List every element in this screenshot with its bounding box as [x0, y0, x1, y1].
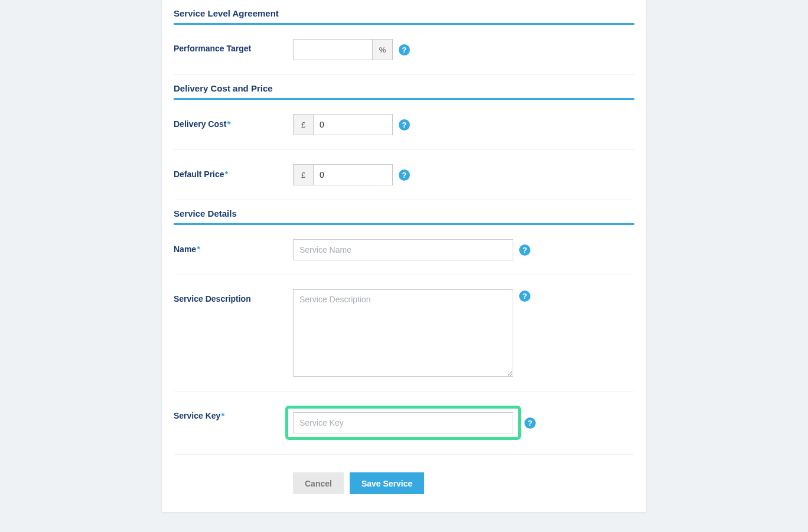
help-icon[interactable]: ?	[399, 169, 410, 181]
help-icon[interactable]: ?	[519, 244, 530, 256]
row-service-description: Service Description ?	[174, 275, 634, 391]
default-price-input[interactable]	[313, 164, 393, 185]
label-name: Name*	[174, 239, 293, 254]
section-details-header: Service Details	[174, 200, 634, 225]
label-default-price: Default Price*	[174, 164, 293, 179]
section-delivery-header: Delivery Cost and Price	[174, 75, 634, 100]
row-delivery-cost: Delivery Cost* £ ?	[174, 100, 634, 150]
pound-addon: £	[293, 114, 313, 135]
percent-addon: %	[373, 39, 393, 60]
highlight-service-key	[285, 406, 521, 440]
help-icon[interactable]: ?	[399, 44, 410, 56]
save-service-button[interactable]: Save Service	[350, 472, 424, 494]
label-service-description: Service Description	[174, 289, 293, 303]
help-icon[interactable]: ?	[399, 119, 410, 130]
delivery-cost-input[interactable]	[313, 114, 393, 135]
cancel-button[interactable]: Cancel	[293, 472, 344, 494]
row-performance-target: Performance Target % ?	[174, 25, 634, 75]
performance-target-input[interactable]	[293, 39, 373, 60]
row-name: Name* ?	[174, 225, 634, 275]
help-icon[interactable]: ?	[524, 417, 536, 429]
row-default-price: Default Price* £ ?	[174, 150, 634, 200]
button-row: Cancel Save Service	[174, 455, 634, 500]
section-sla-header: Service Level Agreement	[174, 0, 634, 25]
service-description-input[interactable]	[293, 289, 513, 377]
help-icon[interactable]: ?	[519, 291, 530, 302]
label-service-key: Service Key*	[174, 406, 293, 420]
name-input[interactable]	[293, 239, 513, 260]
label-performance-target: Performance Target	[174, 39, 293, 53]
label-delivery-cost: Delivery Cost*	[174, 114, 293, 129]
service-key-input[interactable]	[293, 412, 513, 433]
row-service-key: Service Key* ?	[174, 391, 634, 455]
pound-addon: £	[293, 164, 313, 185]
